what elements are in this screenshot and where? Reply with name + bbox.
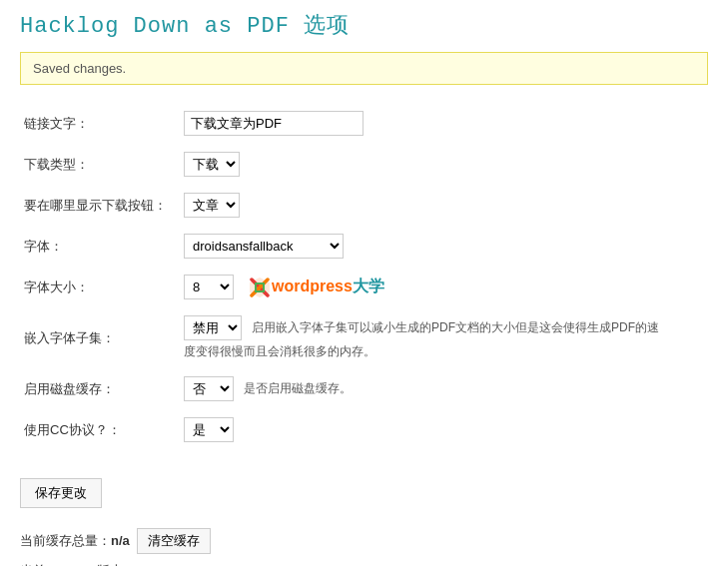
watermark-wp: wordpress: [272, 278, 353, 294]
embed-font-select[interactable]: 禁用 启用: [184, 315, 242, 340]
settings-form: 链接文字： 下载类型： 下载 查看: [20, 103, 708, 450]
label-display-location: 要在哪里显示下载按钮：: [20, 185, 180, 226]
label-link-text: 链接文字：: [20, 103, 180, 144]
label-download-type: 下载类型：: [20, 144, 180, 185]
row-font-size: 字体大小： 6 7 8 9 10 12: [20, 267, 708, 307]
label-font-size: 字体大小：: [20, 267, 180, 307]
font-size-select[interactable]: 6 7 8 9 10 12: [184, 275, 234, 299]
display-location-select[interactable]: 文章 页面 两者: [184, 193, 240, 218]
embed-font-desc-block: 度变得很慢而且会消耗很多的内存。: [184, 342, 603, 360]
disk-cache-select[interactable]: 否 是: [184, 376, 234, 401]
row-download-type: 下载类型： 下载 查看: [20, 144, 708, 185]
cache-info-line: 当前缓存总量：n/a 清空缓存: [20, 528, 708, 554]
link-text-input[interactable]: [184, 111, 364, 136]
watermark-uni: 大学: [353, 278, 384, 294]
cache-label: 当前缓存总量：: [20, 533, 111, 548]
page-title: Hacklog Down as PDF 选项: [20, 10, 708, 40]
row-disk-cache: 启用磁盘缓存： 否 是 是否启用磁盘缓存。: [20, 368, 708, 409]
row-display-location: 要在哪里显示下载按钮： 文章 页面 两者: [20, 185, 708, 226]
clear-cache-button[interactable]: 清空缓存: [137, 528, 211, 554]
use-cc-select[interactable]: 是 否: [184, 417, 234, 442]
notice-box: Saved changes.: [20, 52, 708, 85]
label-use-cc: 使用CC协议？：: [20, 409, 180, 450]
label-embed-font: 嵌入字体子集：: [20, 307, 180, 368]
watermark-text: wordpress大学: [272, 277, 384, 297]
save-button[interactable]: 保存更改: [20, 478, 102, 508]
row-embed-font: 嵌入字体子集： 禁用 启用 启用嵌入字体子集可以减小生成的PDF文档的大小但是这…: [20, 307, 708, 368]
watermark-logo: wordpress大学: [248, 276, 384, 299]
download-type-select[interactable]: 下载 查看: [184, 152, 240, 177]
bottom-section: 当前缓存总量：n/a 清空缓存 当前 TCPDF 版本：5.9.172: [20, 528, 708, 566]
cache-value: n/a: [111, 533, 130, 548]
disk-cache-desc: 是否启用磁盘缓存。: [244, 380, 352, 397]
font-select[interactable]: droidsansfallback arial times: [184, 234, 344, 259]
wp-logo-icon: [248, 276, 272, 299]
label-font: 字体：: [20, 226, 180, 267]
tcpdf-line: 当前 TCPDF 版本：5.9.172: [20, 562, 708, 566]
row-font: 字体： droidsansfallback arial times: [20, 226, 708, 267]
label-disk-cache: 启用磁盘缓存：: [20, 368, 180, 409]
embed-font-desc-inline: 启用嵌入字体子集可以减小生成的PDF文档的大小但是这会使得生成PDF的速: [252, 319, 659, 336]
row-link-text: 链接文字：: [20, 103, 708, 144]
row-use-cc: 使用CC协议？： 是 否: [20, 409, 708, 450]
